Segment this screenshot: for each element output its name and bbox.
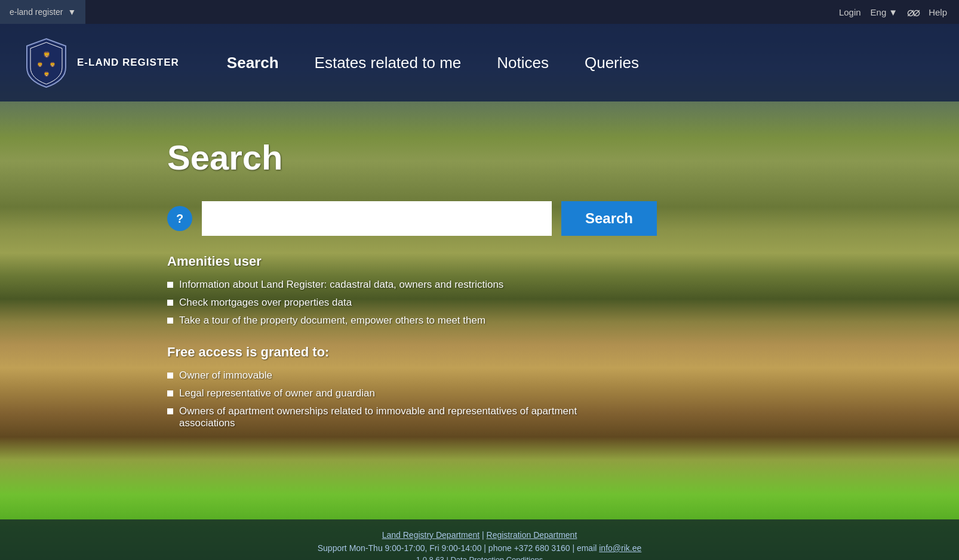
main-nav: Search Estates related to me Notices Que… (227, 54, 639, 72)
bullet-icon (167, 300, 173, 306)
svg-text:🦁: 🦁 (37, 61, 43, 67)
language-label: Eng (871, 7, 887, 17)
free-access-title: Free access is granted to: (167, 344, 621, 360)
site-header: 🦁 🦁 🦁 🦁 E-Land Register Search Estates r… (0, 24, 959, 101)
free-access-item-2: Legal representative of owner and guardi… (179, 387, 375, 399)
amenities-title: Amenities user (167, 254, 621, 269)
dropdown-arrow: ▼ (68, 7, 76, 17)
free-access-item-3: Owners of apartment ownerships related t… (179, 405, 621, 429)
footer-separator: | (482, 530, 487, 540)
language-selector[interactable]: Eng ▼ (871, 7, 898, 17)
bullet-icon (167, 373, 173, 379)
nav-notices[interactable]: Notices (497, 54, 549, 72)
top-bar: e-land register ▼ Login Eng ▼ ⌀⌀ Help (0, 0, 959, 24)
bullet-icon (167, 408, 173, 414)
version-number: 1.0.8.63 (416, 555, 444, 560)
svg-text:🦁: 🦁 (50, 61, 56, 67)
email-link[interactable]: info@rik.ee (599, 543, 641, 553)
search-button[interactable]: Search (561, 201, 657, 236)
help-link[interactable]: Help (929, 7, 947, 17)
bullet-icon (167, 318, 173, 324)
list-item: Legal representative of owner and guardi… (167, 387, 621, 399)
list-item: Take a tour of the property document, em… (167, 315, 621, 327)
nav-estates[interactable]: Estates related to me (315, 54, 462, 72)
free-access-list: Owner of immovable Legal representative … (167, 370, 621, 429)
login-link[interactable]: Login (839, 7, 861, 17)
logo-text: E-Land Register (77, 56, 179, 69)
svg-text:🦁: 🦁 (43, 51, 51, 59)
svg-text:🦁: 🦁 (44, 71, 50, 77)
search-input[interactable] (202, 201, 552, 236)
free-access-item-1: Owner of immovable (179, 370, 272, 381)
list-item: Owners of apartment ownerships related t… (167, 405, 621, 429)
list-item: Owner of immovable (167, 370, 621, 381)
page-title: Search (167, 137, 959, 177)
site-footer: Land Registry Department | Registration … (0, 519, 959, 560)
registration-dept-link[interactable]: Registration Department (487, 530, 577, 540)
logo-area: 🦁 🦁 🦁 🦁 E-Land Register (24, 38, 179, 88)
footer-links: Land Registry Department | Registration … (0, 530, 959, 540)
search-bar-container: ? Search (167, 201, 657, 236)
nav-search[interactable]: Search (227, 54, 279, 72)
amenity-item-3: Take a tour of the property document, em… (179, 315, 485, 327)
list-item: Information about Land Register: cadastr… (167, 279, 621, 291)
bullet-icon (167, 390, 173, 396)
nav-queries[interactable]: Queries (585, 54, 639, 72)
search-help-button[interactable]: ? (167, 206, 192, 231)
footer-info: Support Mon-Thu 9:00-17:00, Fri 9:00-14:… (0, 543, 959, 553)
land-registry-link[interactable]: Land Registry Department (382, 530, 480, 540)
app-dropdown[interactable]: e-land register ▼ (0, 0, 85, 24)
main-content: Search ? Search Amenities user Informati… (0, 101, 959, 519)
footer-version: 1.0.8.63 | Data Protection Conditions (0, 555, 959, 560)
support-info: Support Mon-Thu 9:00-17:00, Fri 9:00-14:… (318, 543, 597, 553)
data-protection-link[interactable]: Data Protection Conditions (450, 555, 543, 560)
logo-shield: 🦁 🦁 🦁 🦁 (24, 38, 69, 88)
bullet-icon (167, 282, 173, 288)
amenity-item-2: Check mortgages over properties data (179, 297, 352, 309)
list-item: Check mortgages over properties data (167, 297, 621, 309)
accessibility-icon[interactable]: ⌀⌀ (907, 5, 919, 19)
top-bar-right: Login Eng ▼ ⌀⌀ Help (839, 5, 947, 19)
lang-arrow: ▼ (889, 7, 897, 17)
free-access-section: Free access is granted to: Owner of immo… (167, 344, 621, 429)
amenities-list: Information about Land Register: cadastr… (167, 279, 621, 327)
amenities-section: Amenities user Information about Land Re… (167, 254, 621, 327)
app-name: e-land register (10, 7, 63, 17)
app-selector: e-land register ▼ (0, 0, 85, 24)
amenity-item-1: Information about Land Register: cadastr… (179, 279, 503, 291)
